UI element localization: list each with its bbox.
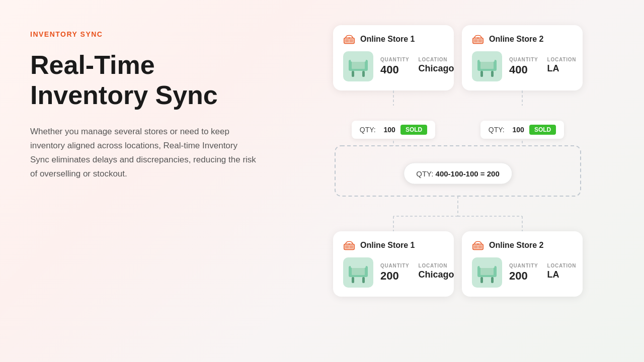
store-info-1: QUANTITY 400 LOCATION Chicago <box>380 57 454 76</box>
location-block-1: LOCATION Chicago <box>419 57 454 76</box>
qty-label-1: QTY: <box>360 126 376 134</box>
top-store-name-2: Online Store 2 <box>489 35 543 44</box>
diagram: Online Store 1 <box>292 25 624 297</box>
store-icon-2 <box>472 34 484 44</box>
bottom-store-name-1: Online Store 1 <box>360 241 415 250</box>
svg-rect-50 <box>491 277 494 283</box>
bottom-store-name-2: Online Store 2 <box>489 241 543 250</box>
chair-svg-bottom-1 <box>346 260 371 285</box>
sold-container-1: QTY: 100 SOLD <box>333 121 454 139</box>
quantity-block-1: QUANTITY 400 <box>380 57 410 76</box>
sold-container-2: QTY: 100 SOLD <box>462 121 583 139</box>
bottom-store-card-1: Online Store 1 <box>333 231 454 297</box>
calc-label: QTY: <box>416 169 433 178</box>
svg-rect-39 <box>362 277 365 283</box>
dashed-area: QTY: 400-100-100 = 200 <box>333 141 583 206</box>
store-header-1: Online Store 1 <box>343 34 444 44</box>
right-panel: Online Store 1 <box>282 0 644 362</box>
bottom-connectors-svg <box>333 206 583 231</box>
bottom-quantity-block-2: QUANTITY 200 <box>509 263 538 283</box>
bottom-store-header-1: Online Store 1 <box>343 240 444 250</box>
chair-image-2 <box>472 51 502 81</box>
location-block-2: LOCATION LA <box>547 57 577 76</box>
qty-label-2: QTY: <box>489 126 505 134</box>
chair-svg-bottom-2 <box>474 260 500 285</box>
svg-rect-34 <box>345 245 349 248</box>
top-store-row: Online Store 1 <box>292 25 624 90</box>
svg-rect-38 <box>352 277 354 283</box>
svg-rect-16 <box>480 71 483 77</box>
qty-num-1: 100 <box>384 126 395 134</box>
svg-rect-45 <box>474 245 477 248</box>
bottom-store-body-1: QUANTITY 200 LOCATION Chicago <box>343 257 444 288</box>
bottom-store-info-2: QUANTITY 200 LOCATION LA <box>509 263 576 283</box>
svg-rect-13 <box>478 39 482 42</box>
calc-formula: 400-100-100 = 200 <box>436 169 500 178</box>
left-panel: INVENTORY SYNC Real-Time Inventory Sync … <box>0 0 282 362</box>
middle-section: QTY: 100 SOLD QTY: 100 SOLD <box>333 90 583 231</box>
svg-rect-49 <box>480 277 483 283</box>
section-tag: INVENTORY SYNC <box>30 30 257 38</box>
svg-rect-10 <box>351 58 366 62</box>
description-text: Whether you manage several stores or nee… <box>30 125 257 181</box>
bottom-store-info-1: QUANTITY 200 LOCATION Chicago <box>380 263 454 283</box>
svg-rect-2 <box>350 39 353 42</box>
top-connectors-svg <box>333 90 583 121</box>
chair-svg-2 <box>474 54 500 79</box>
chair-image-bottom-1 <box>343 257 373 288</box>
svg-point-14 <box>477 37 479 39</box>
svg-rect-17 <box>491 71 494 77</box>
bottom-store-card-2: Online Store 2 <box>462 231 583 297</box>
sold-pill-2: QTY: 100 SOLD <box>480 121 565 139</box>
svg-rect-43 <box>351 264 366 268</box>
top-store-card-1: Online Store 1 <box>333 25 454 90</box>
chair-image-bottom-2 <box>472 257 502 288</box>
svg-rect-21 <box>479 58 495 62</box>
bottom-store-header-2: Online Store 2 <box>472 240 573 250</box>
svg-rect-35 <box>350 245 353 248</box>
svg-point-47 <box>477 243 479 245</box>
store-info-2: QUANTITY 400 LOCATION LA <box>509 57 576 76</box>
store-icon-1 <box>343 34 355 44</box>
calc-pill: QTY: 400-100-100 = 200 <box>404 163 512 185</box>
qty-num-2: 100 <box>513 126 524 134</box>
svg-rect-54 <box>479 264 495 268</box>
bottom-location-block-1: LOCATION Chicago <box>419 263 454 283</box>
sold-badge-1: SOLD <box>400 125 427 135</box>
top-store-card-2: Online Store 2 <box>462 25 583 90</box>
svg-point-3 <box>349 37 350 39</box>
bottom-location-block-2: LOCATION LA <box>547 263 577 283</box>
svg-rect-1 <box>345 39 349 42</box>
bottom-store-icon-1 <box>343 240 355 250</box>
svg-rect-5 <box>352 71 354 77</box>
svg-point-36 <box>349 243 350 245</box>
top-store-name-1: Online Store 1 <box>360 35 415 44</box>
sold-row: QTY: 100 SOLD QTY: 100 SOLD <box>333 121 583 139</box>
chair-svg-1 <box>346 54 371 79</box>
store-body-2: QUANTITY 400 LOCATION LA <box>472 51 573 81</box>
quantity-block-2: QUANTITY 400 <box>509 57 538 76</box>
sold-badge-2: SOLD <box>529 125 556 135</box>
bottom-store-icon-2 <box>472 240 484 250</box>
bottom-store-row: Online Store 1 <box>292 231 624 297</box>
bottom-quantity-block-1: QUANTITY 200 <box>380 263 410 283</box>
store-body-1: QUANTITY 400 LOCATION Chicago <box>343 51 444 81</box>
svg-rect-6 <box>362 71 365 77</box>
store-header-2: Online Store 2 <box>472 34 573 44</box>
main-title: Real-Time Inventory Sync <box>30 50 257 111</box>
bottom-store-body-2: QUANTITY 200 LOCATION LA <box>472 257 573 288</box>
calc-pill-wrapper: QTY: 400-100-100 = 200 <box>404 163 512 185</box>
svg-rect-46 <box>478 245 482 248</box>
svg-rect-12 <box>474 39 477 42</box>
sold-pill-1: QTY: 100 SOLD <box>352 121 436 139</box>
chair-image-1 <box>343 51 373 81</box>
